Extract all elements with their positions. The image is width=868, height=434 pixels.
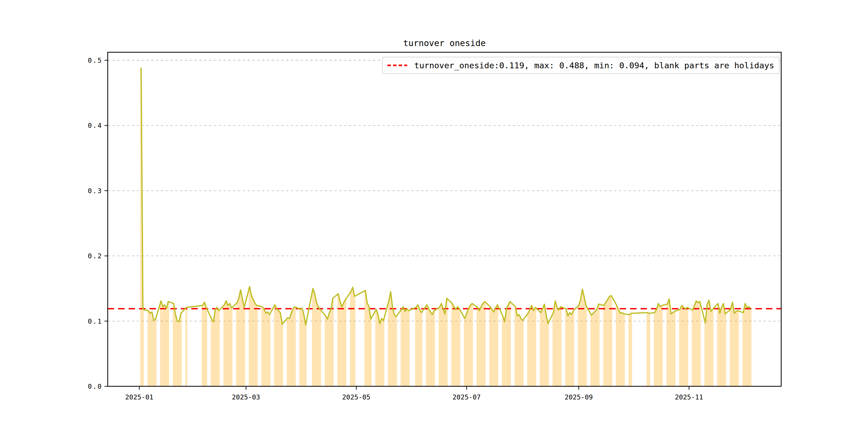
trading-day-band xyxy=(451,304,460,386)
x-axis: 2025-012025-032025-052025-072025-092025-… xyxy=(125,386,703,401)
trading-day-band xyxy=(679,305,688,386)
y-tick-label: 0.0 xyxy=(88,382,102,390)
y-tick-label: 0.4 xyxy=(88,122,102,129)
trading-day-band xyxy=(489,305,498,386)
trading-day-band xyxy=(476,302,486,386)
trading-day-band xyxy=(147,311,156,386)
trading-day-band xyxy=(540,304,549,386)
x-tick-label: 2025-03 xyxy=(232,393,260,401)
trading-day-band xyxy=(261,307,271,386)
trading-day-band xyxy=(515,307,524,386)
chart-title: turnover oneside xyxy=(108,38,781,48)
trading-day-band xyxy=(160,301,169,386)
legend: turnover_oneside:0.119, max: 0.488, min:… xyxy=(382,57,780,74)
legend-label: turnover_oneside:0.119, max: 0.488, min:… xyxy=(414,61,774,70)
gridlines xyxy=(108,60,781,321)
trading-day-band xyxy=(274,305,283,386)
trading-day-band xyxy=(415,305,422,386)
y-tick-label: 0.5 xyxy=(88,57,102,64)
trading-day-band xyxy=(401,307,410,386)
red-dashed-line-icon xyxy=(388,64,407,67)
trading-day-band xyxy=(730,302,739,386)
trading-day-band xyxy=(565,309,575,386)
y-tick-label: 0.1 xyxy=(88,317,102,325)
x-tick-label: 2025-07 xyxy=(453,393,480,401)
figure: 0.00.10.20.30.40.52025-012025-032025-052… xyxy=(0,0,868,434)
trading-day-band xyxy=(590,304,599,386)
x-tick-label: 2025-05 xyxy=(342,393,370,401)
x-tick-label: 2025-01 xyxy=(125,393,153,401)
trading-day-band xyxy=(742,304,751,386)
trading-day-band xyxy=(299,308,307,386)
trading-day-band xyxy=(223,301,232,386)
trading-day-band xyxy=(527,305,536,386)
trading-day-band xyxy=(692,301,701,386)
trading-day-band xyxy=(552,301,561,386)
trading-day-band xyxy=(646,313,650,386)
turnover-line xyxy=(141,68,751,325)
y-tick-label: 0.2 xyxy=(88,252,102,260)
trading-day-band xyxy=(439,298,448,386)
x-tick-label: 2025-11 xyxy=(675,393,703,401)
trading-day-band xyxy=(502,302,511,386)
y-tick-label: 0.3 xyxy=(88,187,102,195)
trading-day-band xyxy=(287,307,296,386)
trading-day-band xyxy=(350,287,355,386)
trading-day-band xyxy=(654,304,663,386)
holiday-bands xyxy=(140,68,751,386)
trading-day-band xyxy=(616,305,625,386)
trading-day-band xyxy=(426,305,435,386)
trading-day-band xyxy=(202,302,207,386)
trading-day-band xyxy=(185,308,187,386)
trading-day-band xyxy=(325,298,334,386)
trading-day-band xyxy=(628,313,632,386)
trading-day-band xyxy=(249,287,258,386)
y-axis: 0.00.10.20.30.40.5 xyxy=(88,57,108,390)
trading-day-band xyxy=(717,304,726,386)
x-tick-label: 2025-09 xyxy=(565,393,593,401)
series xyxy=(141,68,751,325)
trading-day-band xyxy=(337,293,346,386)
